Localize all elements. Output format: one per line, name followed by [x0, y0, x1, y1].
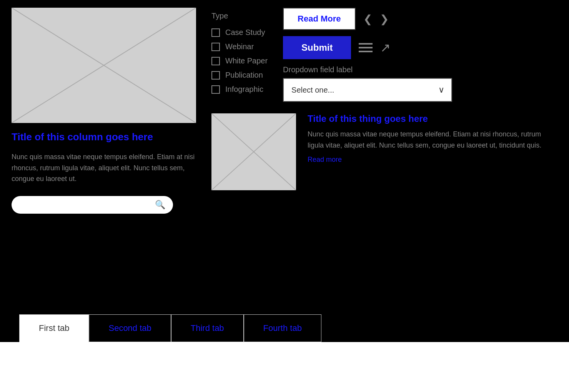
card-section: Title of this thing goes here Nunc quis … [211, 113, 557, 190]
checkbox-case-study-input[interactable] [211, 28, 220, 37]
submit-row: Submit ↗︎ [283, 36, 391, 59]
tab-third-label: Third tab [191, 323, 224, 333]
left-placeholder-image [12, 8, 196, 123]
main-layout: Title of this column goes here Nunc quis… [0, 0, 569, 221]
checkbox-infographic[interactable]: Infographic [211, 85, 268, 94]
right-column: Type Case Study Webinar White Paper Publ… [211, 8, 557, 214]
read-more-button[interactable]: Read More [283, 8, 355, 30]
search-bar: 🔍 [12, 196, 173, 214]
checkbox-publication-label: Publication [225, 71, 263, 80]
card-content: Title of this thing goes here Nunc quis … [308, 113, 557, 164]
top-buttons-row: Read More ❮ ❯ [283, 8, 388, 30]
checkbox-publication-input[interactable] [211, 71, 220, 80]
checkbox-webinar-input[interactable] [211, 43, 220, 51]
dropdown-section: Dropdown field label Select one... Optio… [283, 65, 452, 102]
checkbox-white-paper[interactable]: White Paper [211, 56, 268, 65]
tab-third[interactable]: Third tab [171, 314, 244, 342]
type-label: Type [211, 12, 268, 20]
search-input[interactable] [19, 201, 155, 209]
checkbox-white-paper-label: White Paper [225, 56, 268, 65]
tab-first[interactable]: First tab [19, 314, 89, 342]
checkbox-white-paper-input[interactable] [211, 57, 220, 65]
tabs-section: First tab Second tab Third tab Fourth ta… [0, 314, 569, 392]
top-right-area: Type Case Study Webinar White Paper Publ… [211, 8, 557, 102]
checkbox-infographic-input[interactable] [211, 85, 220, 94]
checkbox-infographic-label: Infographic [225, 85, 263, 94]
buttons-area: Read More ❮ ❯ Submit ↗︎ [283, 8, 452, 102]
checkbox-webinar[interactable]: Webinar [211, 42, 268, 51]
tab-fourth-label: Fourth tab [263, 323, 302, 333]
checkbox-publication[interactable]: Publication [211, 71, 268, 80]
external-link-icon[interactable]: ↗︎ [380, 40, 391, 55]
search-icon[interactable]: 🔍 [155, 200, 165, 210]
card-body: Nunc quis massa vitae neque tempus eleif… [308, 129, 557, 151]
tabs-bar: First tab Second tab Third tab Fourth ta… [0, 314, 569, 342]
dropdown-wrapper: Select one... Option 1 Option 2 Option 3 [283, 78, 452, 102]
dropdown-select[interactable]: Select one... Option 1 Option 2 Option 3 [283, 78, 452, 102]
tab-first-label: First tab [39, 323, 69, 333]
checkbox-case-study[interactable]: Case Study [211, 28, 268, 37]
tab-fourth[interactable]: Fourth tab [244, 314, 321, 342]
tab-second-label: Second tab [108, 323, 151, 333]
submit-button[interactable]: Submit [283, 36, 351, 59]
tab-content-area [0, 342, 569, 392]
column-title: Title of this column goes here [12, 131, 196, 144]
card-title: Title of this thing goes here [308, 113, 557, 124]
nav-arrows: ❮ ❯ [363, 13, 389, 25]
prev-arrow-button[interactable]: ❮ [363, 13, 372, 25]
checkbox-webinar-label: Webinar [225, 42, 254, 51]
dropdown-label: Dropdown field label [283, 65, 452, 74]
checkbox-group: Type Case Study Webinar White Paper Publ… [211, 8, 268, 94]
next-arrow-button[interactable]: ❯ [380, 13, 389, 25]
checkbox-case-study-label: Case Study [225, 28, 265, 37]
hamburger-icon[interactable] [359, 43, 373, 52]
card-image [211, 113, 296, 190]
card-read-more-link[interactable]: Read more [308, 156, 557, 164]
left-column: Title of this column goes here Nunc quis… [12, 8, 196, 214]
tab-second[interactable]: Second tab [89, 314, 171, 342]
column-body: Nunc quis massa vitae neque tempus eleif… [12, 151, 196, 184]
